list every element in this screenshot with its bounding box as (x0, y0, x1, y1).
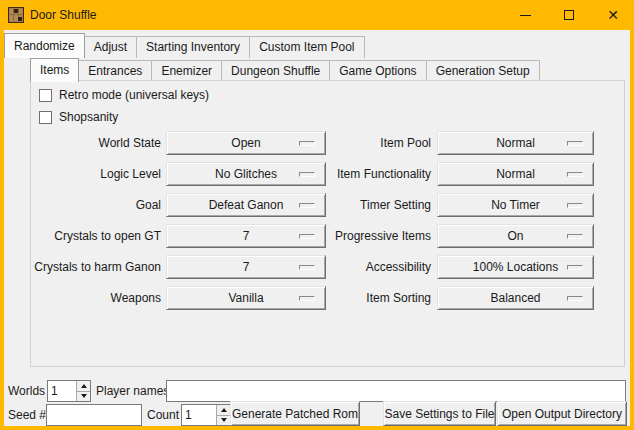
tab-game-options[interactable]: Game Options (329, 60, 426, 81)
close-button[interactable]: ✕ (598, 0, 628, 30)
item-functionality-label: Item Functionality (286, 162, 431, 186)
dropdown-value: On (507, 229, 523, 243)
dropdown-value: No Glitches (215, 167, 277, 181)
weapons-label: Weapons (31, 286, 161, 310)
dropdown-indicator-icon (567, 265, 583, 270)
goal-label: Goal (31, 193, 161, 217)
dropdown-value: No Timer (491, 198, 540, 212)
dropdown-indicator-icon (567, 141, 583, 146)
player-names-input[interactable] (166, 380, 626, 402)
crystals-open-gt-label: Crystals to open GT (31, 224, 161, 248)
app-door-icon (8, 7, 24, 23)
dropdown-value: Defeat Ganon (209, 198, 284, 212)
dropdown-indicator-icon (567, 172, 583, 177)
progressive-items-label: Progressive Items (286, 224, 431, 248)
dropdown-value: Vanilla (228, 291, 263, 305)
progressive-items-dropdown[interactable]: On (437, 224, 594, 248)
minimize-button[interactable] (510, 0, 540, 30)
crystals-harm-ganon-label: Crystals to harm Ganon (21, 255, 161, 279)
main-tab-bar: Randomize Adjust Starting Inventory Cust… (4, 32, 364, 58)
tab-items[interactable]: Items (30, 58, 79, 82)
tab-dungeon-shuffle[interactable]: Dungeon Shuffle (221, 60, 330, 81)
accessibility-dropdown[interactable]: 100% Locations (437, 255, 594, 279)
checkbox-icon (39, 89, 52, 102)
logic-level-label: Logic Level (31, 162, 161, 186)
dropdown-value: Normal (496, 167, 535, 181)
spin-up-button[interactable] (217, 405, 230, 415)
save-settings-button[interactable]: Save Settings to File (383, 401, 496, 426)
worlds-spinner[interactable]: 1 (47, 380, 91, 402)
checkbox-label: Retro mode (universal keys) (59, 88, 209, 102)
item-sorting-dropdown[interactable]: Balanced (437, 286, 594, 310)
dropdown-indicator-icon (567, 296, 583, 301)
count-spinner[interactable]: 1 (181, 404, 231, 426)
maximize-icon (564, 10, 574, 20)
dropdown-indicator-icon (567, 203, 583, 208)
count-label: Count (147, 404, 179, 426)
worlds-value: 1 (48, 381, 76, 401)
sub-tab-bar: Items Entrances Enemizer Dungeon Shuffle… (30, 57, 539, 81)
arrow-up-icon (221, 408, 227, 412)
dropdown-value: Balanced (490, 291, 540, 305)
close-icon: ✕ (607, 7, 619, 23)
player-names-label: Player names (96, 380, 169, 402)
count-value: 1 (182, 405, 216, 425)
tab-generation-setup[interactable]: Generation Setup (426, 60, 540, 81)
spinner-buttons (216, 405, 230, 425)
dropdown-value: 7 (243, 229, 250, 243)
timer-setting-dropdown[interactable]: No Timer (437, 193, 594, 217)
spin-down-button[interactable] (217, 415, 230, 426)
spinner-buttons (76, 381, 90, 401)
retro-mode-checkbox[interactable]: Retro mode (universal keys) (39, 88, 209, 102)
tab-adjust[interactable]: Adjust (84, 36, 137, 58)
arrow-down-icon (221, 418, 227, 422)
world-state-label: World State (31, 131, 161, 155)
arrow-down-icon (81, 394, 87, 398)
window-title: Door Shuffle (30, 0, 97, 30)
tab-enemizer[interactable]: Enemizer (151, 60, 222, 81)
accessibility-label: Accessibility (286, 255, 431, 279)
worlds-label: Worlds (8, 380, 45, 402)
dropdown-value: Normal (496, 136, 535, 150)
tab-randomize[interactable]: Randomize (4, 33, 85, 58)
item-pool-label: Item Pool (286, 131, 431, 155)
dropdown-value: Open (231, 136, 260, 150)
spin-down-button[interactable] (77, 391, 90, 402)
checkbox-label: Shopsanity (59, 110, 118, 124)
dropdown-indicator-icon (567, 234, 583, 239)
spin-up-button[interactable] (77, 381, 90, 391)
item-pool-dropdown[interactable]: Normal (437, 131, 594, 155)
open-output-directory-button[interactable]: Open Output Directory (497, 401, 627, 426)
items-pane: Retro mode (universal keys) Shopsanity W… (30, 80, 625, 367)
dropdown-value: 100% Locations (473, 260, 558, 274)
item-sorting-label: Item Sorting (286, 286, 431, 310)
maximize-button[interactable] (554, 0, 584, 30)
door-shuffle-window: Door Shuffle ✕ Randomize Adjust Starting… (0, 0, 634, 430)
dropdown-value: 7 (243, 260, 250, 274)
arrow-up-icon (81, 384, 87, 388)
item-functionality-dropdown[interactable]: Normal (437, 162, 594, 186)
timer-setting-label: Timer Setting (286, 193, 431, 217)
shopsanity-checkbox[interactable]: Shopsanity (39, 110, 118, 124)
generate-patched-rom-button[interactable]: Generate Patched Rom (230, 401, 360, 426)
window-controls: ✕ (496, 0, 628, 30)
window-content: Randomize Adjust Starting Inventory Cust… (4, 30, 630, 426)
tab-entrances[interactable]: Entrances (78, 60, 152, 81)
tab-starting-inventory[interactable]: Starting Inventory (136, 36, 250, 58)
tab-custom-item-pool[interactable]: Custom Item Pool (249, 36, 364, 58)
titlebar: Door Shuffle ✕ (0, 0, 634, 30)
checkbox-icon (39, 111, 52, 124)
minimize-icon (520, 15, 531, 16)
seed-label: Seed # (8, 404, 46, 426)
seed-input[interactable] (46, 404, 142, 426)
